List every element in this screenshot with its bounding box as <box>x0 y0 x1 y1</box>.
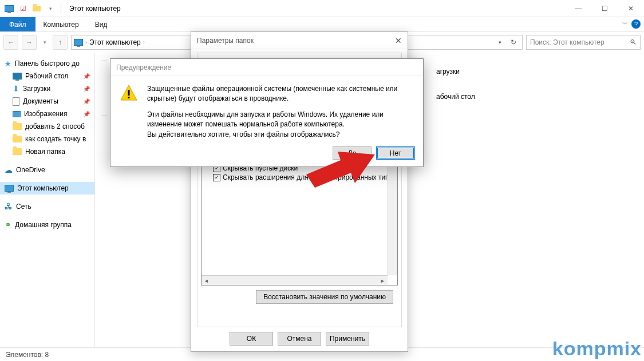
item-label: абочий стол <box>436 93 475 101</box>
up-button[interactable]: ↑ <box>53 35 68 50</box>
recent-button[interactable]: ▾ <box>40 35 49 50</box>
sidebar-label: как создать точку в <box>25 135 86 143</box>
close-button[interactable]: ✕ <box>618 0 644 17</box>
warning-titlebar[interactable]: Предупреждение <box>110 59 423 76</box>
sidebar-folder1[interactable]: добавить 2 способ <box>0 120 94 133</box>
file-tab[interactable]: Файл <box>0 17 35 31</box>
warning-icon <box>120 84 138 102</box>
sidebar-downloads[interactable]: ⬇Загрузки📌 <box>0 82 94 95</box>
address-icon <box>74 39 83 46</box>
warning-text-3: Вы действительно хотите, чтобы эти файлы… <box>147 130 414 140</box>
qat-properties-icon[interactable]: ☑ <box>17 3 29 14</box>
scroll-left-icon[interactable]: ◄ <box>202 276 211 285</box>
svg-rect-1 <box>128 90 130 96</box>
download-icon: ⬇ <box>13 84 19 93</box>
warning-text-2: Эти файлы необходимы для запуска и работ… <box>147 110 414 130</box>
warning-dialog: Предупреждение Защищенные файлы операцио… <box>110 58 424 167</box>
homegroup-icon: ⚭ <box>5 220 11 229</box>
pin-icon: 📌 <box>83 86 90 92</box>
cloud-icon: ☁ <box>5 165 13 174</box>
qat-customize-icon[interactable]: ▾ <box>45 3 56 14</box>
pin-icon: 📌 <box>83 111 90 117</box>
svg-rect-2 <box>128 97 130 98</box>
document-icon <box>13 97 19 106</box>
maximize-button[interactable]: ☐ <box>591 0 618 17</box>
minimize-button[interactable]: — <box>565 0 591 17</box>
forward-button[interactable]: → <box>22 35 37 50</box>
close-icon[interactable]: ✕ <box>395 36 402 45</box>
titlebar: ☑ ▾ Этот компьютер — ☐ ✕ <box>0 0 644 17</box>
dialog-title: Параметры папок <box>197 37 254 45</box>
network-icon: 🖧 <box>5 202 13 211</box>
window-title: Этот компьютер <box>69 5 121 13</box>
folder-icon <box>13 136 22 142</box>
apply-button[interactable]: Применить <box>326 332 369 346</box>
scroll-right-icon[interactable]: ► <box>378 276 388 285</box>
breadcrumb-sep: › <box>85 39 87 45</box>
sidebar-network[interactable]: 🖧Сеть <box>0 200 94 213</box>
cancel-button[interactable]: Отмена <box>278 332 321 346</box>
status-items: Элементов: 8 <box>6 351 49 359</box>
address-dropdown-icon[interactable]: ▾ <box>493 36 506 49</box>
refresh-icon[interactable]: ↻ <box>507 36 520 49</box>
sidebar: ★Панель быстрого до Рабочий стол📌 ⬇Загру… <box>0 53 95 347</box>
sidebar-label: Загрузки <box>23 85 50 93</box>
desktop-icon <box>13 73 22 80</box>
warning-title: Предупреждение <box>116 64 171 72</box>
divider <box>61 3 61 14</box>
folder-icon <box>13 148 22 155</box>
sidebar-label: добавить 2 способ <box>25 122 85 130</box>
yes-button[interactable]: Да <box>333 146 372 160</box>
sidebar-label: Рабочий стол <box>25 72 68 80</box>
back-button[interactable]: ← <box>3 35 18 50</box>
sidebar-label: Домашняя группа <box>15 221 72 229</box>
search-input[interactable]: Поиск: Этот компьютер 🔍︎ <box>526 35 641 50</box>
sidebar-label: Сеть <box>16 203 31 211</box>
folder-item-desktop[interactable]: абочий стол <box>436 93 475 101</box>
option-hide-ext[interactable]: ✓Скрывать расширения для зарегистрирован… <box>204 173 395 182</box>
help-icon[interactable]: ? <box>631 19 641 29</box>
option-label: Скрывать расширения для зарегистрированн… <box>223 173 393 181</box>
pictures-icon <box>13 111 21 117</box>
search-icon: 🔍︎ <box>630 38 637 46</box>
search-placeholder: Поиск: Этот компьютер <box>530 38 605 46</box>
breadcrumb-thispc[interactable]: Этот компьютер <box>89 38 141 46</box>
pin-icon: 📌 <box>83 98 90 105</box>
watermark: kompmix <box>552 338 642 360</box>
checkbox-icon[interactable]: ✓ <box>213 174 220 181</box>
sidebar-label: Новая папка <box>25 148 65 156</box>
view-tab[interactable]: Вид <box>87 17 116 31</box>
sidebar-folder2[interactable]: как создать точку в <box>0 133 94 145</box>
sidebar-folder3[interactable]: Новая папка <box>0 145 94 158</box>
computer-tab[interactable]: Компьютер <box>35 17 87 31</box>
folder-item-downloads[interactable]: агрузки <box>436 68 460 76</box>
no-button[interactable]: Нет <box>376 146 415 160</box>
sidebar-label: Изображения <box>24 110 67 118</box>
ok-button[interactable]: ОК <box>230 332 273 346</box>
ribbon-collapse-icon[interactable]: ﹀ <box>622 20 628 28</box>
sidebar-quick-access[interactable]: ★Панель быстрого до <box>0 57 94 70</box>
warning-text-1: Защищенные файлы операционной системы (п… <box>147 84 414 104</box>
app-icon <box>3 3 15 14</box>
sidebar-documents[interactable]: Документы📌 <box>0 95 94 108</box>
sidebar-thispc[interactable]: Этот компьютер <box>0 182 94 195</box>
horizontal-scrollbar[interactable]: ◄► <box>202 275 388 285</box>
chevron-down-icon: ﹀ <box>102 58 107 65</box>
sidebar-desktop[interactable]: Рабочий стол📌 <box>0 70 94 82</box>
sidebar-label: Документы <box>23 97 58 105</box>
chevron-down-icon: ﹀ <box>102 113 107 120</box>
star-icon: ★ <box>5 59 11 68</box>
restore-defaults-button[interactable]: Восстановить значения по умолчанию <box>256 290 393 304</box>
qat-newfolder-icon[interactable] <box>31 3 42 14</box>
dialog-titlebar[interactable]: Параметры папок ✕ <box>191 32 408 49</box>
sidebar-label: Этот компьютер <box>17 184 69 192</box>
sidebar-label: Панель быстрого до <box>15 59 80 68</box>
pin-icon: 📌 <box>83 73 90 80</box>
sidebar-homegroup[interactable]: ⚭Домашняя группа <box>0 219 94 231</box>
folder-icon <box>13 123 22 130</box>
ribbon: Файл Компьютер Вид ﹀ ? <box>0 17 644 32</box>
sidebar-onedrive[interactable]: ☁OneDrive <box>0 164 94 176</box>
sidebar-pictures[interactable]: Изображения📌 <box>0 108 94 120</box>
monitor-icon <box>5 185 14 192</box>
item-label: агрузки <box>436 68 460 76</box>
